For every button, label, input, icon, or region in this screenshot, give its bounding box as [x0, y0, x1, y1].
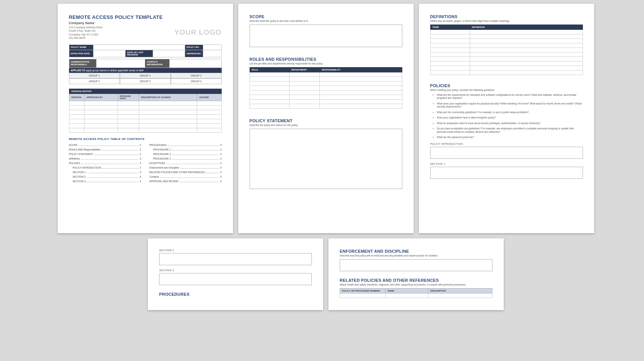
toc-line: POLICIES3	[69, 162, 141, 165]
admin-resp-value[interactable]	[97, 59, 145, 68]
table-row[interactable]	[430, 71, 583, 75]
toc-page: 4	[220, 144, 222, 146]
table-row[interactable]	[69, 115, 221, 119]
toc-line: RELATED POLICIES AND OTHER REFERENCES5	[149, 171, 222, 174]
table-row[interactable]	[250, 72, 402, 77]
scope-subtext: Describe what this policy is and who mus…	[250, 20, 402, 22]
table-row[interactable]	[250, 91, 402, 95]
rel-col-desc: DESCRIPTION	[428, 289, 492, 293]
group-row-1: GROUP 1 GROUP 2 GROUP 3	[69, 73, 222, 78]
meta-policy-no-label: POLICY NO.	[185, 45, 203, 50]
table-row[interactable]	[250, 104, 402, 109]
related-table: POLICY OR PROCEDURE NUMBER NAME DESCRIPT…	[340, 288, 492, 298]
table-row[interactable]	[430, 43, 583, 48]
toc-dots	[87, 176, 139, 178]
definitions-subtext: Define any acronyms, jargon, or terms th…	[430, 20, 583, 22]
table-row[interactable]	[430, 66, 583, 71]
table-row[interactable]	[250, 77, 402, 81]
table-row[interactable]	[250, 86, 402, 91]
scope-textbox[interactable]	[250, 25, 402, 47]
table-row[interactable]	[69, 106, 221, 110]
page-1: REMOTE ACCESS POLICY TEMPLATE Company Na…	[58, 4, 233, 233]
enforcement-textbox[interactable]	[340, 259, 492, 271]
table-row[interactable]	[430, 52, 583, 57]
table-row[interactable]	[430, 34, 583, 39]
toc-label: SECTION 1	[69, 171, 86, 174]
definitions-table: TERM DEFINITION	[430, 25, 583, 75]
table-row[interactable]	[430, 48, 583, 52]
toc-line: POLICY STATEMENT2	[69, 153, 141, 156]
toc-line: PROCEDURE 24	[149, 153, 222, 156]
toc-label: SECTION 3	[69, 180, 86, 183]
admin-contact-table: ADMINISTRATOR RESPONSIBLE CONTACT INFORM…	[69, 59, 222, 68]
toc-page: 3	[140, 162, 141, 164]
toc-label: PROCEDURE 3	[149, 157, 171, 160]
policy-bullet: Do you have acceptable use guidelines? F…	[437, 127, 583, 134]
group-cell[interactable]: GROUP 6	[171, 78, 222, 84]
toc-dots	[168, 144, 219, 146]
toc-line: SECTION 34	[69, 180, 141, 183]
group-cell[interactable]: GROUP 4	[69, 78, 120, 84]
table-row[interactable]	[250, 100, 402, 104]
policies-subtext: When creating your policy, consider the …	[430, 89, 583, 91]
group-cell[interactable]: GROUP 5	[120, 78, 171, 84]
toc-dots	[78, 144, 138, 146]
group-cell[interactable]: GROUP 1	[69, 73, 120, 78]
enforcement-subtext: Describe how this policy will be enforce…	[340, 254, 492, 257]
toc-dots	[81, 158, 139, 160]
table-row[interactable]	[430, 39, 583, 43]
meta-effective-date-value[interactable]	[94, 50, 126, 57]
toc-line: POLICY INTRODUCTION3	[69, 166, 141, 169]
table-row[interactable]	[69, 128, 221, 133]
group-cell[interactable]: GROUP 2	[120, 73, 171, 78]
policies-bullet-list: What are the requirements for hardware a…	[430, 94, 583, 139]
toc-dots	[180, 167, 219, 169]
section2-textbox[interactable]	[159, 253, 312, 265]
applies-to-label: APPLIES TO	[71, 69, 86, 72]
policy-intro-textbox[interactable]	[430, 147, 583, 159]
table-row[interactable]	[69, 110, 221, 115]
meta-policy-name-value[interactable]	[94, 45, 185, 50]
table-row[interactable]	[69, 101, 221, 106]
table-row[interactable]	[69, 119, 221, 124]
toc-dots	[81, 163, 138, 164]
related-subtext: Attach health and safety checklists, dia…	[340, 283, 492, 286]
table-row[interactable]	[430, 30, 583, 34]
roles-subtext: List the job titles and departments dire…	[250, 62, 402, 65]
toc-page: 4	[220, 162, 222, 164]
table-row[interactable]	[69, 124, 221, 128]
table-row[interactable]	[430, 61, 583, 66]
policy-statement-heading: POLICY STATEMENT	[250, 118, 402, 123]
table-row[interactable]	[340, 293, 492, 298]
roles-table: ROLE DEPARTMENT RESPONSIBILITY	[250, 67, 402, 109]
definitions-heading: DEFINITIONS	[430, 14, 583, 19]
meta-last-rev-value[interactable]	[153, 50, 185, 57]
enforcement-heading: ENFORCEMENT AND DISCIPLINE	[340, 249, 492, 253]
toc-page: 2	[140, 148, 141, 151]
toc-columns: SCOPE2ROLES AND Responsibilities2POLICY …	[69, 144, 222, 184]
roles-heading: ROLES AND RESPONSIBILITIES	[250, 57, 402, 61]
toc-line: SECTION 24	[69, 175, 141, 178]
table-row[interactable]	[250, 81, 402, 86]
table-row[interactable]	[250, 95, 402, 100]
toc-label: POLICY STATEMENT	[69, 153, 93, 155]
procedures-heading: PROCEDURES	[159, 292, 312, 296]
toc-page: 5	[220, 180, 222, 183]
page-3: DEFINITIONS Define any acronyms, jargon,…	[419, 4, 594, 233]
policy-statement-textbox[interactable]	[250, 129, 402, 189]
policy-meta-table: POLICY NAME POLICY NO. EFFECTIVE DATE DA…	[69, 45, 222, 57]
toc-dots	[160, 176, 219, 178]
toc-dots	[179, 181, 219, 182]
section1-textbox[interactable]	[430, 167, 583, 179]
meta-version-no-value[interactable]	[203, 50, 221, 57]
meta-policy-no-value[interactable]	[203, 45, 221, 50]
toc-page: 5	[220, 175, 222, 178]
meta-effective-date-label: EFFECTIVE DATE	[69, 50, 94, 57]
contact-info-value[interactable]	[170, 59, 221, 68]
company-name: Company Name	[69, 21, 222, 25]
table-row[interactable]	[430, 57, 583, 61]
group-cell[interactable]: GROUP 3	[171, 73, 222, 78]
def-col-term: TERM	[430, 25, 470, 30]
section3-textbox[interactable]	[159, 273, 312, 285]
applies-to-bar: APPLIES TO apply group names to define a…	[69, 68, 222, 73]
